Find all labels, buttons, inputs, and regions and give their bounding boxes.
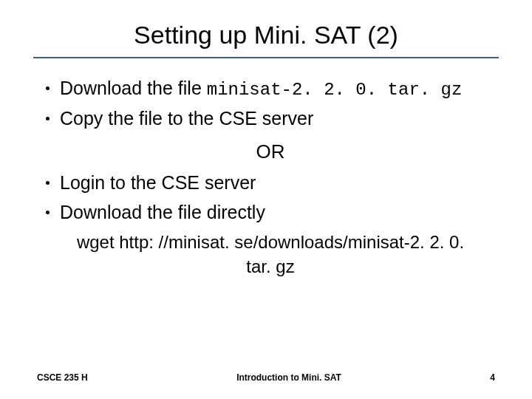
footer-page-number: 4 bbox=[490, 372, 495, 383]
slide-title: Setting up Mini. SAT (2) bbox=[37, 21, 495, 57]
bullet-icon bbox=[46, 181, 50, 185]
bullet-icon bbox=[46, 86, 50, 90]
bullet-item: Download the file directly bbox=[46, 200, 495, 225]
bullet-text: Download the file minisat-2. 2. 0. tar. … bbox=[60, 76, 495, 102]
bullet-item: Login to the CSE server bbox=[46, 171, 495, 196]
slide-container: Setting up Mini. SAT (2) Download the fi… bbox=[0, 0, 532, 399]
footer: CSCE 235 H Introduction to Mini. SAT 4 bbox=[0, 372, 532, 383]
bullet-code: minisat-2. 2. 0. tar. gz bbox=[207, 80, 463, 100]
bullet-text: Login to the CSE server bbox=[60, 171, 495, 196]
footer-course: CSCE 235 H bbox=[37, 372, 88, 383]
bullet-prefix: Download the file bbox=[60, 78, 207, 98]
or-separator: OR bbox=[46, 140, 495, 163]
bullet-icon bbox=[46, 117, 50, 120]
bullet-item: Copy the file to the CSE server bbox=[46, 106, 495, 132]
bullet-icon bbox=[46, 211, 50, 214]
bullet-text: Copy the file to the CSE server bbox=[60, 106, 495, 132]
title-underline bbox=[33, 57, 499, 58]
command-line: wget http: //minisat. se/downloads/minis… bbox=[46, 231, 495, 279]
bullet-text: Download the file directly bbox=[60, 200, 495, 225]
bullet-item: Download the file minisat-2. 2. 0. tar. … bbox=[46, 76, 495, 102]
footer-title: Introduction to Mini. SAT bbox=[88, 372, 491, 383]
content-area: Download the file minisat-2. 2. 0. tar. … bbox=[37, 76, 495, 279]
bullet-prefix: Copy the file to the CSE server bbox=[60, 108, 313, 129]
